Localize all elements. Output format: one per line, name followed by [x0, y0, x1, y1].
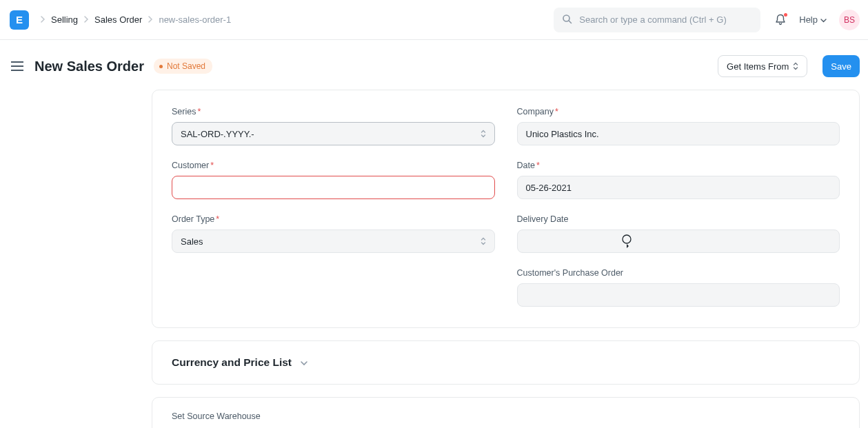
- user-avatar[interactable]: BS: [839, 10, 860, 30]
- series-label: Series*: [172, 107, 495, 116]
- page-header: New Sales Order Not Saved Get Items From…: [0, 40, 868, 90]
- source-warehouse-label: Set Source Warehouse: [172, 411, 487, 421]
- page-title: New Sales Order: [34, 59, 144, 74]
- notifications-bell-icon[interactable]: [774, 14, 787, 26]
- sort-arrows-icon: [481, 237, 486, 245]
- warehouse-section-card: Set Source Warehouse: [152, 397, 860, 428]
- currency-section-toggle[interactable]: Currency and Price List: [152, 341, 859, 384]
- order-type-field: Order Type* Sales: [172, 214, 495, 253]
- global-search[interactable]: [554, 8, 760, 32]
- chevron-down-icon: [300, 358, 308, 368]
- date-field: Date*: [517, 161, 840, 199]
- series-select[interactable]: SAL-ORD-.YYYY.-: [172, 122, 495, 145]
- sort-arrows-icon: [481, 130, 486, 138]
- form-body: Series* SAL-ORD-.YYYY.- Customer*: [0, 90, 868, 428]
- customer-po-label: Customer's Purchase Order: [517, 268, 840, 278]
- save-button[interactable]: Save: [822, 55, 860, 77]
- date-input[interactable]: [517, 176, 840, 199]
- order-type-select[interactable]: Sales: [172, 230, 495, 253]
- sidebar-toggle-icon[interactable]: [11, 61, 23, 71]
- customer-input[interactable]: [172, 176, 495, 199]
- currency-section-title: Currency and Price List: [172, 356, 292, 369]
- delivery-date-input[interactable]: [517, 230, 840, 253]
- delivery-date-field: Delivery Date: [517, 214, 840, 253]
- top-navbar: E Selling Sales Order new-sales-order-1 …: [0, 0, 868, 40]
- currency-section-card: Currency and Price List: [152, 340, 860, 385]
- company-input[interactable]: [517, 122, 840, 145]
- help-label: Help: [799, 14, 818, 25]
- search-icon: [562, 14, 572, 26]
- customer-po-input[interactable]: [517, 283, 840, 307]
- company-label: Company*: [517, 107, 840, 116]
- breadcrumbs: Selling Sales Order new-sales-order-1: [40, 14, 231, 25]
- order-type-label: Order Type*: [172, 214, 495, 224]
- source-warehouse-field: Set Source Warehouse: [172, 411, 487, 428]
- search-input[interactable]: [579, 14, 752, 25]
- doc-status-badge: Not Saved: [154, 59, 212, 74]
- app-logo[interactable]: E: [10, 10, 29, 30]
- chevron-right-icon: [40, 14, 46, 25]
- svg-line-1: [569, 21, 572, 23]
- delivery-date-label: Delivery Date: [517, 214, 840, 224]
- chevron-right-icon: [148, 14, 153, 25]
- customer-po-field: Customer's Purchase Order: [517, 268, 840, 307]
- breadcrumb-sales-order[interactable]: Sales Order: [94, 14, 142, 25]
- company-field: Company*: [517, 107, 840, 145]
- customer-field: Customer*: [172, 161, 495, 199]
- get-items-from-button[interactable]: Get Items From: [718, 55, 807, 77]
- breadcrumb-selling[interactable]: Selling: [51, 14, 78, 25]
- customer-label: Customer*: [172, 161, 495, 170]
- breadcrumb-current: new-sales-order-1: [159, 14, 231, 25]
- sort-arrows-icon: [793, 62, 798, 70]
- date-label: Date*: [517, 161, 840, 170]
- main-details-card: Series* SAL-ORD-.YYYY.- Customer*: [152, 90, 860, 328]
- help-menu[interactable]: Help: [799, 14, 827, 25]
- chevron-down-icon: [820, 14, 827, 25]
- chevron-right-icon: [83, 14, 89, 25]
- series-field: Series* SAL-ORD-.YYYY.-: [172, 107, 495, 145]
